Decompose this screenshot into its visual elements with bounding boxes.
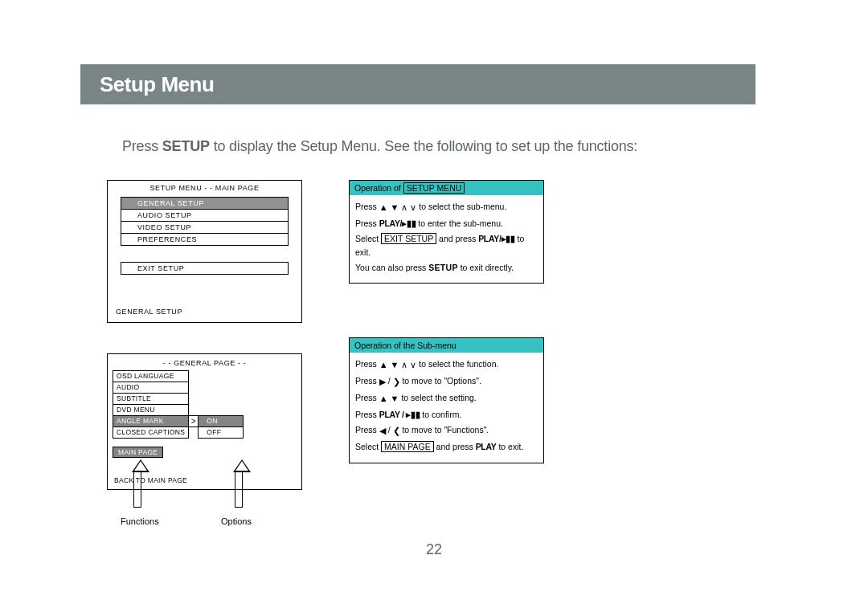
gp-cc: CLOSED CAPTIONS: [113, 427, 189, 439]
label-options: Options: [221, 516, 252, 526]
op1-header-pre: Operation of: [354, 183, 403, 193]
play-label3: PLAY / ▸▮▮: [379, 410, 420, 419]
solid-up-icon: ▲: [379, 360, 388, 369]
mainpage-item-general: GENERAL SETUP: [121, 198, 288, 209]
setupmenu-mainpage-screenshot: SETUP MENU - - MAIN PAGE GENERAL SETUP A…: [107, 180, 302, 323]
arrow-options-icon: [233, 459, 244, 508]
mainpage-exit: EXIT SETUP: [121, 262, 289, 275]
solid-down-icon: ▼: [391, 202, 399, 212]
label-functions: Functions: [121, 516, 159, 526]
gp-anglemark-on: ON: [199, 416, 244, 427]
mainpage-item-audio: AUDIO SETUP: [121, 209, 288, 221]
mainpage-list: GENERAL SETUP AUDIO SETUP VIDEO SETUP PR…: [121, 197, 289, 246]
gp-mainpage-btn: MAIN PAGE: [113, 447, 163, 458]
op1-line3: Select EXIT SETUP and press PLAY/▸▮▮ to …: [355, 232, 538, 259]
mainpage-item-video: VIDEO SETUP: [121, 221, 288, 233]
solid-left-icon: ◀: [379, 426, 386, 435]
op2-body: Press ▲ ▼ ∧ ∨ to select the function. Pr…: [350, 353, 543, 463]
op2-header: Operation of the Sub-menu: [350, 338, 543, 353]
intro-text: Press SETUP to display the Setup Menu. S…: [122, 138, 637, 155]
mainpage-box-word: MAIN PAGE: [381, 441, 434, 452]
op2-line1: Press ▲ ▼ ∧ ∨ to select the function.: [355, 357, 538, 372]
op2-line3: Press ▲ ▼ to select the setting.: [355, 391, 538, 406]
page-title: Setup Menu: [100, 72, 214, 97]
gp-footer: BACK TO MAIN PAGE: [114, 476, 187, 484]
op1-line4: You can also press SETUP to exit directl…: [355, 261, 538, 274]
chev-up-icon: ∧: [401, 202, 407, 212]
solid-down-icon: ▼: [391, 394, 399, 403]
chev-left-icon: ❮: [393, 426, 400, 435]
gp-anglemark: ANGLE MARK: [113, 416, 189, 427]
solid-right-icon: ▶: [379, 377, 386, 386]
exit-setup-box: EXIT SETUP: [381, 233, 436, 244]
intro-pre: Press: [122, 138, 162, 154]
op2-line5: Press ◀ / ❮ to move to "Functions".: [355, 423, 538, 438]
solid-up-icon: ▲: [379, 394, 388, 403]
op1-line1: Press ▲ ▼ ∧ ∨ to select the sub-menu.: [355, 200, 538, 214]
play-label4: PLAY: [476, 442, 497, 451]
gp-arrow-icon: >: [189, 416, 199, 427]
mainpage-item-preferences: PREFERENCES: [121, 233, 288, 245]
mainpage-title: SETUP MENU - - MAIN PAGE: [108, 181, 301, 194]
play-label2: PLAY/▸▮▮: [478, 234, 515, 243]
mainpage-footer: GENERAL SETUP: [116, 308, 182, 316]
op2-line6: Select MAIN PAGE and press PLAY to exit.: [355, 440, 538, 453]
gp-audio: AUDIO: [113, 382, 189, 394]
arrow-functions-icon: [132, 459, 143, 508]
intro-post: to display the Setup Menu. See the follo…: [210, 138, 637, 154]
op1-header: Operation of SETUP MENU: [350, 181, 543, 195]
chev-right-icon: ❯: [393, 377, 400, 386]
intro-bold: SETUP: [162, 138, 210, 154]
page-number: 22: [0, 541, 868, 558]
op1-body: Press ▲ ▼ ∧ ∨ to select the sub-menu. Pr…: [350, 195, 543, 283]
generalpage-table: OSD LANGUAGE AUDIO SUBTITLE DVD MENU ANG…: [113, 370, 244, 439]
op1-header-box: SETUP MENU: [403, 182, 465, 194]
header-bar: Setup Menu: [80, 64, 755, 104]
gp-cc-off: OFF: [199, 427, 244, 439]
op2-line4: Press PLAY / ▸▮▮ to confirm.: [355, 408, 538, 421]
chev-up-icon: ∧: [401, 360, 407, 369]
gp-subtitle: SUBTITLE: [113, 394, 189, 405]
generalpage-title: - - GENERAL PAGE - -: [108, 354, 301, 370]
play-label: PLAY/▸▮▮: [379, 218, 416, 228]
op1-line2: Press PLAY/▸▮▮ to enter the sub-menu.: [355, 217, 538, 230]
operation-submenu-box: Operation of the Sub-menu Press ▲ ▼ ∧ ∨ …: [349, 337, 544, 463]
op2-line2: Press ▶ / ❯ to move to "Options".: [355, 374, 538, 389]
operation-setupmenu-box: Operation of SETUP MENU Press ▲ ▼ ∧ ∨ to…: [349, 180, 544, 284]
solid-down-icon: ▼: [391, 360, 399, 369]
gp-osd: OSD LANGUAGE: [113, 371, 189, 382]
solid-up-icon: ▲: [379, 202, 388, 212]
setup-word: SETUP: [428, 263, 458, 272]
gp-dvdmenu: DVD MENU: [113, 405, 189, 416]
